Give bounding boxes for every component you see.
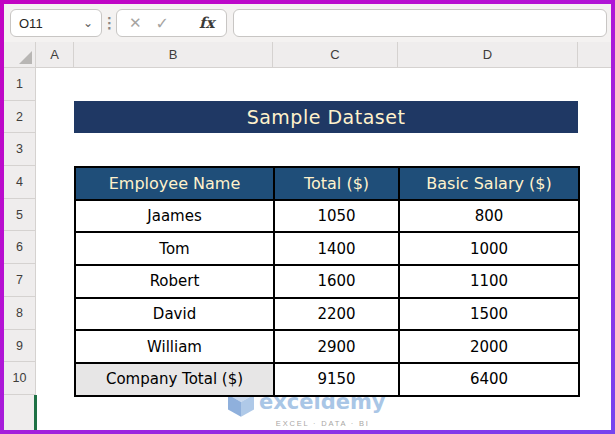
cell-total[interactable]: 1400 bbox=[274, 232, 399, 265]
excel-app: O11 ⌄ ⋮ ✕ ✓ fx A B C D 1 2 3 4 5 bbox=[4, 4, 611, 430]
column-header-b[interactable]: B bbox=[74, 42, 273, 67]
row-header-3[interactable]: 3 bbox=[4, 133, 35, 166]
select-all-corner[interactable] bbox=[4, 42, 36, 67]
formula-toolbar: O11 ⌄ ⋮ ✕ ✓ fx bbox=[4, 4, 611, 42]
window-frame: O11 ⌄ ⋮ ✕ ✓ fx A B C D 1 2 3 4 5 bbox=[0, 0, 615, 434]
sheet-tab-accent bbox=[34, 395, 37, 430]
cell-name[interactable]: Robert bbox=[75, 265, 274, 298]
enter-icon[interactable]: ✓ bbox=[156, 14, 169, 33]
table-header-row: Employee Name Total ($) Basic Salary ($) bbox=[75, 167, 579, 200]
cell-basic[interactable]: 1100 bbox=[399, 265, 579, 298]
cell-company-basic-value[interactable]: 6400 bbox=[399, 363, 579, 396]
table-row: Tom 1400 1000 bbox=[75, 232, 579, 265]
cell-basic[interactable]: 1500 bbox=[399, 298, 579, 331]
table-row: Jaames 1050 800 bbox=[75, 200, 579, 233]
cell-total[interactable]: 2200 bbox=[274, 298, 399, 331]
column-header-d[interactable]: D bbox=[398, 42, 578, 67]
cell-total[interactable]: 1600 bbox=[274, 265, 399, 298]
row-header-7[interactable]: 7 bbox=[4, 264, 35, 297]
cell-company-total-value[interactable]: 9150 bbox=[274, 363, 399, 396]
column-header-e[interactable] bbox=[578, 42, 611, 67]
table-row: William 2900 2000 bbox=[75, 330, 579, 363]
watermark-tagline: EXCEL · DATA · BI bbox=[276, 419, 370, 428]
row-header-5[interactable]: 5 bbox=[4, 199, 35, 232]
cell-name[interactable]: Tom bbox=[75, 232, 274, 265]
drag-handle-icon: ⋮ bbox=[102, 14, 116, 32]
row-header-9[interactable]: 9 bbox=[4, 330, 35, 363]
cell-basic[interactable]: 1000 bbox=[399, 232, 579, 265]
header-employee-name[interactable]: Employee Name bbox=[75, 167, 274, 200]
select-all-triangle-icon bbox=[19, 51, 32, 64]
cell-total[interactable]: 1050 bbox=[274, 200, 399, 233]
column-header-strip: A B C D bbox=[4, 42, 611, 68]
cancel-icon[interactable]: ✕ bbox=[129, 14, 142, 32]
formula-buttons: ✕ ✓ fx bbox=[116, 9, 227, 37]
table-row: Robert 1600 1100 bbox=[75, 265, 579, 298]
column-header-a[interactable]: A bbox=[36, 42, 74, 67]
dataset-table: Employee Name Total ($) Basic Salary ($)… bbox=[74, 166, 580, 397]
chevron-down-icon[interactable]: ⌄ bbox=[83, 17, 93, 29]
cell-name[interactable]: Jaames bbox=[75, 200, 274, 233]
formula-bar[interactable] bbox=[233, 9, 607, 37]
row-header-2[interactable]: 2 bbox=[4, 101, 35, 134]
table-total-row: Company Total ($) 9150 6400 bbox=[75, 363, 579, 396]
row-header-1[interactable]: 1 bbox=[4, 68, 35, 101]
name-box[interactable]: O11 ⌄ bbox=[10, 9, 102, 37]
insert-function-icon[interactable]: fx bbox=[199, 14, 214, 32]
title-banner-cell[interactable]: Sample Dataset bbox=[74, 101, 578, 134]
cell-name[interactable]: David bbox=[75, 298, 274, 331]
cell-basic[interactable]: 800 bbox=[399, 200, 579, 233]
dataset-title: Sample Dataset bbox=[247, 106, 406, 128]
header-total[interactable]: Total ($) bbox=[274, 167, 399, 200]
cell-total[interactable]: 2900 bbox=[274, 330, 399, 363]
column-header-c[interactable]: C bbox=[273, 42, 398, 67]
header-basic-salary[interactable]: Basic Salary ($) bbox=[399, 167, 579, 200]
cell-basic[interactable]: 2000 bbox=[399, 330, 579, 363]
cell-name[interactable]: William bbox=[75, 330, 274, 363]
sheet-tab-stub bbox=[4, 395, 36, 430]
cell-company-total-label[interactable]: Company Total ($) bbox=[75, 363, 274, 396]
row-header-10[interactable]: 10 bbox=[4, 362, 35, 395]
name-box-value: O11 bbox=[19, 16, 43, 31]
row-header-strip: 1 2 3 4 5 6 7 8 9 10 bbox=[4, 68, 36, 395]
row-header-8[interactable]: 8 bbox=[4, 297, 35, 330]
row-header-6[interactable]: 6 bbox=[4, 231, 35, 264]
row-header-4[interactable]: 4 bbox=[4, 166, 35, 199]
table-row: David 2200 1500 bbox=[75, 298, 579, 331]
